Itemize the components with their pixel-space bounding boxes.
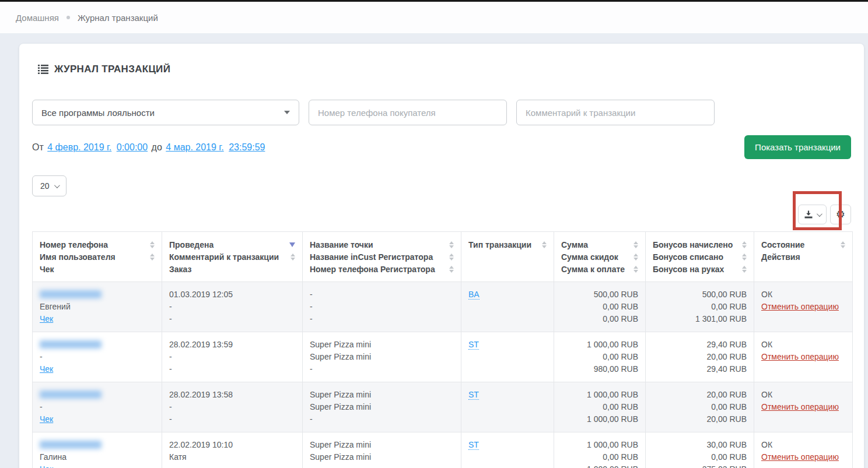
sum-value: 500,00 RUB (561, 288, 638, 301)
phone-number-redacted[interactable] (40, 390, 102, 399)
column-header-label: Название точки (310, 240, 373, 249)
customer-phone-input[interactable] (309, 100, 507, 125)
settings-button[interactable]: ⚙ (830, 205, 851, 224)
transaction-comment: - (169, 301, 295, 313)
table-row: ГалинаЧек22.02.2019 10:10Катя-Super Pizz… (33, 432, 853, 468)
bonus-value: 500,00 RUB (653, 288, 747, 301)
sort-icon[interactable] (742, 241, 747, 248)
table-row: -Чек28.02.2019 13:58--Super Pizza miniSu… (33, 382, 853, 432)
bonus-value: 1 301,00 RUB (653, 313, 747, 325)
point-line: - (310, 363, 454, 375)
sum-value: 0,00 RUB (561, 301, 638, 313)
transaction-comment: - (169, 401, 295, 413)
show-transactions-button[interactable]: Показать транзакции (744, 135, 851, 159)
column-header-label: Проведена (169, 240, 214, 249)
sort-icon[interactable] (449, 241, 454, 248)
chevron-down-icon (54, 182, 60, 188)
phone-number-redacted[interactable] (40, 290, 102, 298)
user-name: - (40, 401, 155, 413)
point-line: Super Pizza mini (310, 339, 454, 351)
column-header[interactable]: Название точкиНазвание inCust Регистрато… (303, 232, 461, 282)
sort-up-icon (634, 266, 638, 269)
state-cell: ОКОтменить операцию (754, 382, 853, 432)
transaction-datetime: 01.03.2019 12:05 (169, 288, 295, 301)
chevron-down-icon (817, 211, 822, 217)
sort-icon[interactable] (542, 241, 547, 248)
date-cell: 22.02.2019 10:10Катя- (162, 432, 303, 468)
cancel-operation-link[interactable]: Отменить операцию (761, 302, 839, 311)
receipt-link[interactable]: Чек (40, 414, 53, 424)
column-header-line: Чек (40, 263, 155, 275)
column-header[interactable]: Номер телефонаИмя пользователяЧек (33, 232, 162, 282)
column-header-line: Название точки (310, 238, 454, 251)
sort-icon[interactable] (634, 241, 638, 248)
transaction-type-link[interactable]: ST (468, 390, 479, 400)
cancel-operation-link[interactable]: Отменить операцию (761, 352, 839, 361)
from-time-link[interactable]: 0:00:00 (117, 142, 148, 152)
phone-cell: -Чек (33, 332, 162, 382)
sort-icon[interactable] (634, 266, 638, 273)
phone-number-redacted[interactable] (40, 441, 102, 449)
column-header[interactable]: ПроведенаКомментарий к транзакцииЗаказ (162, 232, 303, 282)
sort-icon[interactable] (150, 254, 155, 261)
column-header-label: Заказ (169, 265, 191, 274)
column-header[interactable]: СуммаСумма скидокСумма к оплате (554, 232, 646, 282)
cancel-operation-link[interactable]: Отменить операцию (761, 402, 839, 411)
sort-up-icon (150, 241, 155, 244)
sort-icon[interactable] (634, 254, 638, 261)
gear-icon: ⚙ (836, 209, 845, 220)
download-icon (804, 210, 813, 219)
chevron-down-icon (284, 111, 290, 114)
sort-icon[interactable] (841, 241, 845, 248)
point-cell: --- (303, 282, 461, 332)
receipt-link[interactable]: Чек (40, 465, 53, 468)
transaction-type-link[interactable]: ST (468, 440, 479, 450)
sort-up-icon (290, 254, 295, 256)
transactions-card: ЖУРНАЛ ТРАНЗАКЦИЙ Все программы лояльнос… (19, 44, 864, 468)
column-header[interactable]: СостояниеДействия (754, 232, 853, 282)
sort-up-icon (634, 241, 638, 244)
phone-number-redacted[interactable] (40, 340, 102, 349)
sort-icon[interactable] (742, 254, 747, 261)
point-line: - (310, 288, 454, 301)
sort-icon[interactable] (290, 254, 295, 261)
to-time-link[interactable]: 23:59:59 (229, 142, 265, 152)
sort-icon[interactable] (150, 241, 155, 248)
to-date-link[interactable]: 4 мар. 2019 г. (166, 142, 223, 152)
column-header-label: Комментарий к транзакции (169, 252, 279, 262)
from-date-link[interactable]: 4 февр. 2019 г. (47, 142, 111, 152)
column-header-line: Бонусов списано (653, 251, 747, 263)
transaction-type-link[interactable]: BA (468, 290, 480, 300)
sum-cell: 1 000,00 RUB0,00 RUB1 000,00 RUB (554, 432, 646, 468)
transaction-comment: - (169, 351, 295, 363)
page-size-select[interactable]: 20 (32, 175, 66, 196)
sort-down-icon (449, 270, 454, 273)
loyalty-program-select[interactable]: Все программы лояльности (32, 100, 299, 125)
loyalty-program-select-value: Все программы лояльности (41, 108, 155, 118)
sort-down-icon (841, 245, 845, 248)
sort-icon[interactable] (742, 266, 747, 273)
column-header[interactable]: Тип транзакции (461, 232, 554, 282)
transaction-order: - (169, 363, 295, 375)
receipt-link[interactable]: Чек (40, 314, 53, 323)
status-text: ОК (761, 339, 845, 351)
point-line: - (310, 413, 454, 425)
sort-icon[interactable] (449, 254, 454, 261)
transaction-datetime: 28.02.2019 13:59 (169, 339, 295, 351)
cancel-operation-link[interactable]: Отменить операцию (761, 452, 839, 462)
point-line: Super Pizza mini (310, 389, 454, 401)
table-body: ЕвгенийЧек01.03.2019 12:05-----BA500,00 … (33, 282, 853, 468)
breadcrumb-home[interactable]: Домашняя (16, 13, 59, 23)
pagesize-row: 20 (32, 175, 851, 196)
column-header[interactable]: Бонусов начисленоБонусов списаноБонусов … (646, 232, 754, 282)
receipt-link[interactable]: Чек (40, 364, 53, 374)
column-header-line: Сумма скидок (561, 251, 638, 263)
transaction-type-link[interactable]: ST (468, 340, 479, 350)
sort-icon[interactable] (449, 266, 454, 273)
transaction-comment-input[interactable] (516, 100, 715, 125)
download-button[interactable] (798, 205, 827, 224)
bonus-value: 20,00 RUB (653, 389, 747, 401)
bonus-value: 0,00 RUB (653, 301, 747, 313)
column-header-label: Сумма скидок (561, 252, 618, 262)
sort-icon[interactable] (289, 242, 295, 247)
